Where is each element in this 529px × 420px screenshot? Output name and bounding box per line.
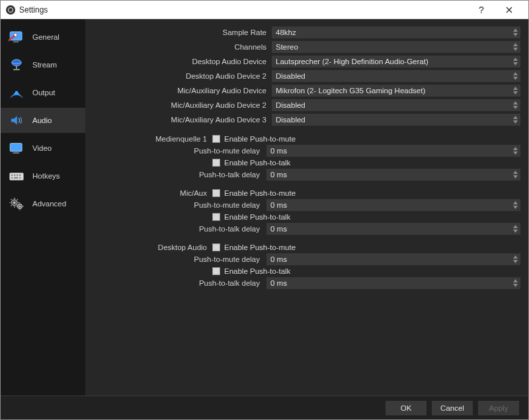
audio-source-group: Mic/AuxEnable Push-to-mutePush-to-mute d… xyxy=(85,187,520,235)
sidebar-item-advanced[interactable]: Advanced xyxy=(1,191,85,216)
app-icon xyxy=(6,5,15,15)
apply-button[interactable]: Apply xyxy=(478,401,519,415)
push-to-talk-checkbox[interactable] xyxy=(212,159,220,167)
advanced-icon xyxy=(7,195,26,212)
source-name: Medienquelle 1 xyxy=(85,135,212,143)
audio-source-group: Medienquelle 1Enable Push-to-mutePush-to… xyxy=(85,133,520,181)
push-to-mute-label: Enable Push-to-mute xyxy=(224,189,296,197)
push-to-talk-delay-label: Push-to-talk delay xyxy=(85,225,266,233)
mic-audio2-label: Mic/Auxiliary Audio Device 2 xyxy=(85,101,272,109)
svg-rect-16 xyxy=(17,175,18,176)
sidebar-item-label: Video xyxy=(32,144,52,152)
sidebar-item-label: General xyxy=(32,33,60,41)
updown-icon[interactable] xyxy=(511,85,519,97)
updown-icon[interactable] xyxy=(511,56,519,67)
source-name: Desktop Audio xyxy=(85,243,212,251)
updown-icon[interactable] xyxy=(511,277,519,289)
close-button[interactable] xyxy=(495,1,523,19)
sidebar-item-label: Stream xyxy=(32,61,57,69)
push-to-talk-delay-spin[interactable]: 0 ms xyxy=(266,277,520,289)
push-to-talk-delay-label: Push-to-talk delay xyxy=(85,171,266,179)
mic-audio-combo[interactable]: Mikrofon (2- Logitech G35 Gaming Headset… xyxy=(272,85,520,97)
svg-rect-18 xyxy=(11,177,13,179)
ok-button[interactable]: OK xyxy=(386,401,427,415)
desktop-audio2-label: Desktop Audio Device 2 xyxy=(85,72,272,80)
push-to-mute-checkbox[interactable] xyxy=(212,243,220,251)
updown-icon[interactable] xyxy=(511,223,519,235)
sidebar-item-output[interactable]: Output xyxy=(1,80,85,105)
footer: OK Cancel Apply xyxy=(1,396,528,419)
push-to-mute-delay-spin[interactable]: 0 ms xyxy=(266,145,520,157)
audio-source-group: Desktop AudioEnable Push-to-mutePush-to-… xyxy=(85,241,520,289)
svg-point-3 xyxy=(14,33,17,36)
channels-combo[interactable]: Stereo xyxy=(272,41,520,53)
desktop-audio-label: Desktop Audio Device xyxy=(85,58,272,65)
svg-point-24 xyxy=(19,206,20,207)
push-to-mute-label: Enable Push-to-mute xyxy=(224,243,296,251)
sidebar-item-audio[interactable]: Audio xyxy=(1,108,85,133)
push-to-talk-checkbox[interactable] xyxy=(212,267,220,275)
svg-rect-20 xyxy=(19,177,20,179)
push-to-mute-label: Enable Push-to-mute xyxy=(224,135,296,143)
sample-rate-combo[interactable]: 48khz xyxy=(272,26,520,38)
svg-rect-9 xyxy=(10,144,22,151)
cancel-button[interactable]: Cancel xyxy=(432,401,473,415)
sidebar: General Stream Output Audio xyxy=(1,19,85,396)
push-to-mute-checkbox[interactable] xyxy=(212,135,220,143)
push-to-talk-delay-spin[interactable]: 0 ms xyxy=(266,169,520,181)
push-to-mute-checkbox[interactable] xyxy=(212,189,220,197)
updown-icon[interactable] xyxy=(511,114,519,126)
sidebar-item-general[interactable]: General xyxy=(1,24,85,50)
mic-audio2-combo[interactable]: Disabled xyxy=(272,99,520,111)
svg-rect-6 xyxy=(16,66,17,69)
svg-rect-14 xyxy=(11,175,13,176)
updown-icon[interactable] xyxy=(511,199,519,211)
updown-icon[interactable] xyxy=(511,99,519,111)
push-to-mute-delay-spin[interactable]: 0 ms xyxy=(266,199,520,211)
push-to-talk-label: Enable Push-to-talk xyxy=(224,159,290,167)
window-title: Settings xyxy=(19,5,48,15)
push-to-talk-checkbox[interactable] xyxy=(212,213,220,221)
svg-rect-11 xyxy=(13,153,19,154)
updown-icon[interactable] xyxy=(511,253,519,265)
updown-icon[interactable] xyxy=(511,70,519,82)
titlebar: Settings ? xyxy=(1,1,528,19)
sidebar-item-label: Output xyxy=(32,89,56,97)
svg-rect-15 xyxy=(14,175,15,176)
audio-settings-panel: Sample Rate 48khz Channels Stereo Deskto… xyxy=(85,19,528,396)
svg-point-22 xyxy=(13,202,15,204)
sidebar-item-stream[interactable]: Stream xyxy=(1,52,85,77)
desktop-audio2-combo[interactable]: Disabled xyxy=(272,70,520,82)
svg-rect-2 xyxy=(13,42,19,43)
updown-icon[interactable] xyxy=(511,26,519,38)
updown-icon[interactable] xyxy=(511,41,519,53)
stream-icon xyxy=(7,56,26,73)
push-to-mute-delay-label: Push-to-mute delay xyxy=(85,147,266,155)
updown-icon[interactable] xyxy=(511,169,519,181)
svg-rect-12 xyxy=(15,151,17,153)
audio-icon xyxy=(7,112,26,129)
mic-audio-label: Mic/Auxiliary Audio Device xyxy=(85,87,272,95)
mic-audio3-label: Mic/Auxiliary Audio Device 3 xyxy=(85,116,272,124)
push-to-mute-delay-spin[interactable]: 0 ms xyxy=(266,253,520,265)
sidebar-item-video[interactable]: Video xyxy=(1,136,85,161)
video-icon xyxy=(7,140,26,157)
source-name: Mic/Aux xyxy=(85,189,212,197)
push-to-talk-delay-spin[interactable]: 0 ms xyxy=(266,223,520,235)
push-to-talk-label: Enable Push-to-talk xyxy=(224,267,290,275)
push-to-mute-delay-label: Push-to-mute delay xyxy=(85,201,266,209)
help-button[interactable]: ? xyxy=(468,1,495,19)
sidebar-item-hotkeys[interactable]: Hotkeys xyxy=(1,163,85,189)
push-to-talk-delay-label: Push-to-talk delay xyxy=(85,279,266,287)
sidebar-item-label: Hotkeys xyxy=(32,172,60,180)
sample-rate-label: Sample Rate xyxy=(85,28,272,36)
svg-rect-19 xyxy=(14,177,19,179)
svg-rect-7 xyxy=(13,69,20,71)
sidebar-item-label: Audio xyxy=(32,116,52,124)
updown-icon[interactable] xyxy=(511,145,519,157)
output-icon xyxy=(7,84,26,101)
hotkeys-icon xyxy=(7,167,26,185)
desktop-audio-combo[interactable]: Lautsprecher (2- High Definition Audio-G… xyxy=(272,56,520,67)
channels-label: Channels xyxy=(85,43,272,51)
mic-audio3-combo[interactable]: Disabled xyxy=(272,114,520,126)
